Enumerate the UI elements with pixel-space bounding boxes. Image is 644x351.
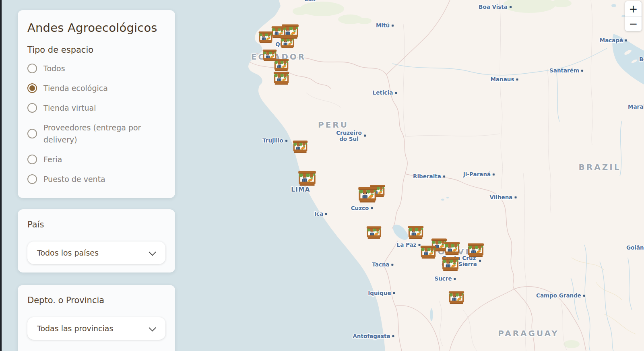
radio-option-proveedores-entrega-por-delivery[interactable]: Proveedores (entrega por delivery): [27, 122, 165, 146]
market-stall-marker[interactable]: [448, 290, 465, 307]
market-stall-marker[interactable]: [357, 186, 378, 206]
radio-circle-icon[interactable]: [27, 83, 37, 93]
radio-circle-icon[interactable]: [27, 103, 37, 113]
market-stall-icon: [448, 290, 465, 307]
market-stall-icon: [441, 256, 460, 275]
market-stall-marker[interactable]: [467, 242, 485, 260]
market-stall-icon: [420, 245, 437, 262]
market-stall-marker[interactable]: [280, 36, 295, 51]
market-stall-marker[interactable]: [273, 71, 290, 88]
radio-option-label: Tienda ecológica: [43, 82, 108, 94]
filter-panel: Andes Agroecológicos Tipo de espacio Tod…: [18, 10, 175, 198]
market-stall-marker[interactable]: [444, 241, 460, 258]
window-edge: [0, 0, 2, 351]
app-window: ECUADORPERUBRAZILBOLIVIAPARAGUAYLIMACali…: [0, 0, 644, 351]
province-select-value: Todas las provincias: [37, 324, 113, 333]
province-panel: Depto. o Provincia Todas las provincias: [18, 285, 175, 351]
country-heading: País: [27, 220, 165, 229]
space-type-heading: Tipo de espacio: [27, 45, 165, 55]
country-select[interactable]: Todos los países: [27, 242, 165, 264]
province-heading: Depto. o Provincia: [27, 295, 165, 305]
market-stall-icon: [467, 242, 485, 260]
market-stall-icon: [273, 71, 290, 88]
radio-option-tienda-virtual[interactable]: Tienda virtual: [27, 102, 165, 114]
radio-option-todos[interactable]: Todos: [27, 62, 165, 74]
radio-option-puesto-de-venta[interactable]: Puesto de venta: [27, 173, 165, 185]
chevron-down-icon: [149, 324, 156, 331]
market-stall-marker[interactable]: [297, 170, 317, 189]
market-stall-icon: [407, 225, 424, 242]
zoom-in-button[interactable]: +: [625, 1, 642, 16]
radio-option-label: Tienda virtual: [43, 102, 96, 114]
market-stall-marker[interactable]: [420, 245, 437, 262]
radio-option-label: Puesto de venta: [43, 173, 105, 185]
radio-option-label: Feria: [43, 153, 62, 165]
country-panel: País Todos los países: [18, 209, 175, 273]
space-type-radio-group: TodosTienda ecológicaTienda virtualProve…: [27, 62, 165, 185]
zoom-out-button[interactable]: −: [625, 16, 642, 31]
radio-option-label: Todos: [43, 62, 65, 74]
map-zoom-control: + −: [625, 1, 642, 31]
market-stall-icon: [280, 36, 295, 51]
country-select-value: Todos los países: [37, 248, 99, 257]
province-select[interactable]: Todas las provincias: [27, 317, 165, 340]
radio-option-feria[interactable]: Feria: [27, 153, 165, 165]
radio-option-tienda-ecologica[interactable]: Tienda ecológica: [27, 82, 165, 94]
market-stall-icon: [366, 225, 382, 242]
market-stall-icon: [297, 170, 317, 189]
market-stall-icon: [357, 186, 378, 206]
radio-circle-icon[interactable]: [27, 129, 37, 138]
radio-circle-icon[interactable]: [27, 64, 37, 73]
page-title: Andes Agroecológicos: [27, 21, 165, 35]
radio-circle-icon[interactable]: [27, 155, 37, 164]
market-stall-marker[interactable]: [292, 140, 308, 156]
market-stall-marker[interactable]: [441, 256, 460, 275]
chevron-down-icon: [149, 248, 156, 256]
radio-option-label: Proveedores (entrega por delivery): [43, 122, 165, 146]
market-stall-icon: [444, 241, 460, 258]
market-stall-icon: [292, 140, 308, 156]
radio-circle-icon[interactable]: [27, 174, 37, 184]
market-stall-marker[interactable]: [407, 225, 424, 242]
market-stall-marker[interactable]: [366, 225, 382, 242]
